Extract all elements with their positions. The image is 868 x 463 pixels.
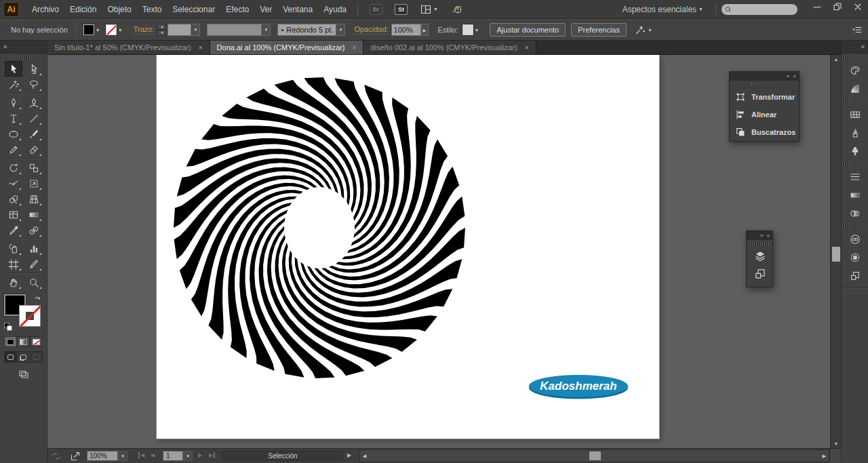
cs-live-button[interactable] xyxy=(452,4,462,15)
width-tool[interactable] xyxy=(5,176,22,191)
dock-panel-stroke[interactable] xyxy=(842,167,868,186)
chevron-down-icon[interactable]: ▼ xyxy=(336,24,344,35)
opacity-value[interactable]: 100% xyxy=(391,24,421,36)
panel-grip[interactable] xyxy=(842,100,868,103)
scroll-right-icon[interactable]: ▶ xyxy=(820,450,829,462)
draw-inside-button[interactable] xyxy=(30,352,43,362)
chevron-down-icon[interactable]: ▼ xyxy=(475,28,479,33)
zoom-tool[interactable] xyxy=(25,275,43,290)
tab-close-icon[interactable]: × xyxy=(199,44,203,52)
document-tab-3[interactable]: diseño 002.ai al 100% (CMYK/Previsualiza… xyxy=(363,41,536,54)
panel-icon-layers[interactable] xyxy=(747,247,774,265)
export-icon[interactable] xyxy=(70,451,81,462)
stroke-color-swatch[interactable] xyxy=(106,24,117,35)
direct-selection-tool[interactable] xyxy=(25,61,43,77)
menu-texto[interactable]: Texto xyxy=(137,0,167,19)
select-similar-button[interactable]: ▼ xyxy=(635,24,652,35)
style-swatch[interactable] xyxy=(462,24,473,35)
dock-panel-cc-libraries[interactable] xyxy=(842,230,868,248)
stroke-weight-combo[interactable]: ▼ xyxy=(167,24,200,36)
dock-panel-swatches[interactable] xyxy=(842,105,868,123)
horizontal-scroll-thumb[interactable] xyxy=(589,451,601,460)
stroke-weight-stepper[interactable]: ▲▼ xyxy=(157,24,166,36)
panel-item-align[interactable]: Alinear xyxy=(730,106,799,123)
opacity-popup-button[interactable]: ▶ xyxy=(421,24,429,36)
first-artboard-button[interactable]: ◀ xyxy=(138,452,144,458)
dock-panel-color-guide[interactable] xyxy=(842,79,868,98)
selection-tool[interactable] xyxy=(5,61,22,77)
curvature-tool[interactable] xyxy=(25,95,43,110)
panel-grip[interactable] xyxy=(842,56,868,59)
artboard-dropdown-button[interactable]: ▼ xyxy=(183,451,193,461)
menu-ventana[interactable]: Ventana xyxy=(277,0,318,19)
minimize-button[interactable] xyxy=(807,0,827,14)
scroll-up-icon[interactable]: ▲ xyxy=(831,55,842,64)
none-mode-button[interactable] xyxy=(30,336,43,347)
panel-grip[interactable] xyxy=(842,162,868,165)
close-icon[interactable]: × xyxy=(766,233,770,239)
gradient-tool[interactable] xyxy=(25,207,43,222)
dock-panel-adjust[interactable] xyxy=(842,248,868,266)
search-input[interactable] xyxy=(734,4,795,15)
type-tool[interactable] xyxy=(5,110,22,126)
arrange-documents-button[interactable]: ▼ xyxy=(420,4,438,15)
panel-grip[interactable] xyxy=(751,83,777,86)
scroll-left-icon[interactable]: ◀ xyxy=(360,450,369,462)
zoom-dropdown-button[interactable]: ▼ xyxy=(118,451,127,461)
panel-item-pathfinder[interactable]: Buscatrazos xyxy=(730,123,799,141)
free-transform-tool[interactable] xyxy=(25,176,43,191)
dock-collapse-button[interactable]: « xyxy=(841,41,868,54)
mesh-tool[interactable] xyxy=(5,207,22,222)
eraser-tool[interactable] xyxy=(25,142,43,157)
gradient-mode-button[interactable] xyxy=(17,336,30,347)
pencil-tool[interactable] xyxy=(5,142,22,157)
menu-efecto[interactable]: Efecto xyxy=(220,0,254,19)
dock-panel-transparency[interactable] xyxy=(842,204,868,222)
panel-grip[interactable] xyxy=(750,242,769,245)
panel-grip[interactable] xyxy=(842,224,868,228)
lasso-tool[interactable] xyxy=(25,77,43,92)
pen-tool[interactable] xyxy=(5,95,22,110)
scroll-down-icon[interactable]: ▼ xyxy=(831,439,842,448)
preferences-button[interactable]: Preferencias xyxy=(571,23,627,37)
stroke-weight-label[interactable]: Trazo: xyxy=(134,25,155,35)
artboard[interactable]: Kadoshmerah xyxy=(157,55,659,439)
menu-objeto[interactable]: Objeto xyxy=(102,0,136,19)
chevron-down-icon[interactable]: ▼ xyxy=(96,28,100,33)
app-logo[interactable]: Ai xyxy=(3,2,19,17)
close-icon[interactable]: × xyxy=(793,73,796,79)
menu-edici-n[interactable]: Edición xyxy=(64,0,102,19)
artboard-number-field[interactable] xyxy=(163,451,183,461)
restore-button[interactable] xyxy=(827,0,848,14)
draw-behind-button[interactable] xyxy=(17,352,30,362)
zoom-level-field[interactable] xyxy=(87,451,118,461)
bridge-button[interactable]: Br xyxy=(370,4,382,15)
dock-panel-gradient[interactable] xyxy=(842,186,868,204)
ellipse-tool[interactable] xyxy=(5,126,22,142)
close-button[interactable] xyxy=(848,0,868,14)
tab-close-icon[interactable]: × xyxy=(525,44,529,52)
stroke-swatch[interactable] xyxy=(19,305,41,327)
expand-icon[interactable]: » xyxy=(760,233,763,239)
dock-panel-color[interactable] xyxy=(842,61,868,79)
workspace-switcher[interactable]: Aspectos esenciales▼ xyxy=(623,5,703,14)
chevron-down-icon[interactable]: ▼ xyxy=(118,28,123,33)
brush-definition-combo[interactable]: ▼ xyxy=(207,24,271,36)
panel-menu-button[interactable] xyxy=(852,24,863,35)
opacity-label[interactable]: Opacidad: xyxy=(354,25,388,35)
expand-icon[interactable]: » xyxy=(787,73,789,79)
sync-arrows-icon[interactable] xyxy=(51,451,62,462)
shape-builder-tool[interactable] xyxy=(5,191,22,207)
document-tab-1[interactable]: Sin título-1* al 50% (CMYK/Previsualizar… xyxy=(47,41,210,54)
eyedropper-tool[interactable] xyxy=(5,222,22,238)
slice-tool[interactable] xyxy=(25,256,43,272)
panel-item-transform[interactable]: Transformar xyxy=(730,88,799,106)
next-artboard-button[interactable]: ▶ xyxy=(198,452,202,458)
vertical-scroll-thumb[interactable] xyxy=(832,247,840,262)
color-mode-button[interactable] xyxy=(4,336,17,347)
dock-panel-artboards[interactable] xyxy=(842,266,868,285)
horizontal-scrollbar[interactable]: ◀ ▶ xyxy=(359,449,829,462)
column-graph-tool[interactable] xyxy=(25,241,43,256)
rotate-tool[interactable] xyxy=(5,160,22,176)
blend-tool[interactable] xyxy=(25,222,43,238)
